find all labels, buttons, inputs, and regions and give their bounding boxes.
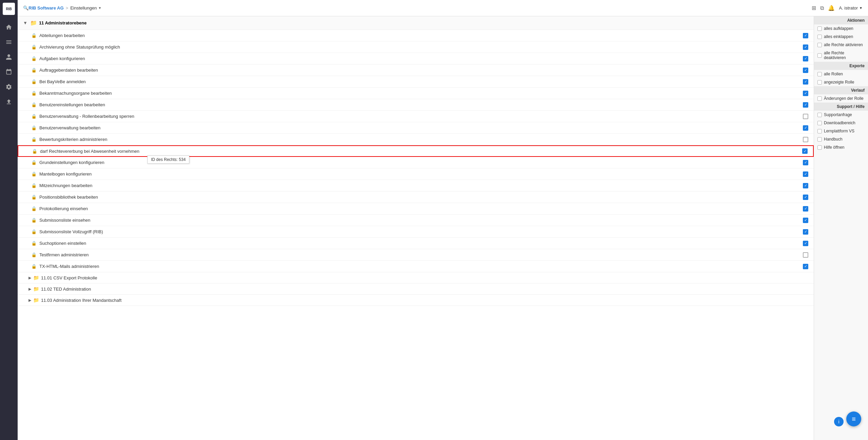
permission-row: 🔒Auftraggeberdaten bearbeiten	[18, 65, 814, 76]
nav-calendar[interactable]	[2, 65, 16, 79]
sidebar-checkbox[interactable]	[817, 35, 822, 39]
permission-row: 🔒Bei BayVeBe anmelden	[18, 76, 814, 88]
permission-checkbox[interactable]	[803, 56, 808, 61]
permission-name: Bei BayVeBe anmelden	[39, 79, 803, 84]
permission-name: Benutzereinstellungen bearbeiten	[39, 102, 803, 107]
breadcrumb-dropdown-icon[interactable]: ▼	[98, 6, 101, 10]
sidebar-action-item[interactable]: alles aufklappen	[814, 24, 868, 33]
sidebar-checkbox[interactable]	[817, 129, 822, 133]
lock-icon: 🔒	[31, 91, 37, 96]
sidebar-checkbox[interactable]	[817, 26, 822, 31]
nav-export[interactable]	[2, 95, 16, 109]
sidebar-item-label: alles einklappen	[824, 34, 853, 39]
permission-row: 🔒Submissonsliste einsehen	[18, 215, 814, 226]
sidebar-checkbox[interactable]	[817, 53, 822, 58]
permission-checkbox[interactable]	[803, 183, 808, 188]
nav-user[interactable]	[2, 50, 16, 64]
copy-icon[interactable]: ⧉	[820, 5, 824, 11]
nav-menu[interactable]	[2, 35, 16, 49]
sidebar-checkbox[interactable]	[817, 145, 822, 150]
sidebar-action-item[interactable]: alle Rechte aktivieren	[814, 41, 868, 49]
permission-row: 🔒Bewertungskriterien administrieren	[18, 134, 814, 145]
collapse-toggle[interactable]: ▼	[23, 20, 27, 25]
sidebar-item-label: alles aufklappen	[824, 26, 853, 31]
permission-name: Testfirmen administrieren	[39, 252, 803, 257]
permission-checkbox[interactable]	[803, 171, 808, 177]
sidebar-item-label: Handbuch	[824, 137, 843, 142]
subfolder-row[interactable]: ▶📁11.02 TED Administration	[18, 283, 814, 295]
permission-checkbox[interactable]	[803, 206, 808, 212]
sidebar-action-item[interactable]: alle Rollen	[814, 70, 868, 78]
section-header: ▼ 📁 11 Administratorebene	[18, 16, 814, 30]
sidebar-checkbox[interactable]	[817, 43, 822, 47]
sidebar-item-label: alle Rollen	[824, 72, 843, 76]
sidebar-action-item[interactable]: alles einklappen	[814, 33, 868, 41]
permission-name: Abteilungen bearbeiten	[39, 33, 803, 38]
permission-name: Archivierung ohne Statusprüfung möglich	[39, 44, 803, 50]
grid-icon[interactable]: ⊞	[812, 5, 816, 11]
sidebar-checkbox[interactable]	[817, 137, 822, 142]
sidebar-action-item[interactable]: Lernplattform VS	[814, 127, 868, 135]
permission-row: 🔒Mantelbogen konfigurieren	[18, 168, 814, 180]
lock-icon: 🔒	[31, 264, 37, 269]
permission-name: Suchoptionen einstellen	[39, 241, 803, 246]
breadcrumb-company[interactable]: RIB Software AG	[29, 5, 64, 11]
sidebar-action-item[interactable]: angezeigte Rolle	[814, 78, 868, 86]
permission-checkbox[interactable]	[803, 160, 808, 165]
subfolder-row[interactable]: ▶📁11.01 CSV Export Protokolle	[18, 272, 814, 283]
permission-checkbox[interactable]	[803, 33, 808, 38]
permission-checkbox[interactable]	[803, 195, 808, 200]
permission-row: 🔒Benutzerverwaltung - Rollenbearbeitung …	[18, 111, 814, 122]
sidebar-checkbox[interactable]	[817, 96, 822, 101]
permissions-list: 🔒Abteilungen bearbeiten🔒Archivierung ohn…	[18, 30, 814, 272]
permission-checkbox[interactable]	[803, 137, 808, 142]
permission-checkbox[interactable]	[803, 44, 808, 50]
permission-row: 🔒Archivierung ohne Statusprüfung möglich	[18, 41, 814, 53]
app-logo: RIB	[3, 3, 15, 15]
sidebar-checkbox[interactable]	[817, 121, 822, 125]
sidebar-checkbox[interactable]	[817, 72, 822, 76]
permission-checkbox[interactable]	[803, 125, 808, 131]
permission-row: 🔒Submissonsliste Vollzugriff (RIB)	[18, 226, 814, 238]
notification-icon[interactable]: 🔔	[828, 5, 835, 11]
sidebar-action-item[interactable]: Änderungen der Rolle	[814, 94, 868, 103]
lock-icon: 🔒	[31, 183, 37, 188]
permission-checkbox[interactable]	[803, 102, 808, 108]
permission-name: Benutzerverwaltung - Rollenbearbeitung s…	[39, 114, 803, 119]
permission-checkbox[interactable]	[803, 264, 808, 269]
permission-checkbox[interactable]	[803, 79, 808, 85]
nav-settings[interactable]	[2, 80, 16, 94]
user-menu-button[interactable]: A. istrator ▼	[839, 5, 863, 11]
lock-icon: 🔒	[31, 241, 37, 246]
permission-checkbox[interactable]	[803, 114, 808, 119]
permission-checkbox[interactable]	[803, 218, 808, 223]
sidebar-action-item[interactable]: Supportanfrage	[814, 111, 868, 119]
tooltip: ID des Rechts: 534	[147, 155, 189, 164]
sidebar-action-item[interactable]: Downloadbereich	[814, 119, 868, 127]
permission-checkbox[interactable]	[803, 252, 808, 258]
lock-icon: 🔒	[31, 102, 37, 107]
subfolder-toggle-icon: ▶	[29, 298, 31, 302]
chat-button[interactable]: ≡	[846, 411, 861, 426]
permission-checkbox[interactable]	[803, 241, 808, 246]
permission-checkbox[interactable]	[803, 91, 808, 96]
nav-home[interactable]	[2, 20, 16, 34]
lock-icon: 🔒	[31, 195, 37, 200]
sidebar-checkbox[interactable]	[817, 80, 822, 85]
sidebar-item-label: Downloadbereich	[824, 121, 855, 125]
subfolder-row[interactable]: ▶📁11.03 Administration Ihrer Mandantscha…	[18, 295, 814, 306]
permission-checkbox[interactable]	[802, 148, 808, 154]
info-button[interactable]: i	[834, 417, 844, 426]
sidebar-action-item[interactable]: alle Rechte deaktivieren	[814, 49, 868, 62]
permission-checkbox[interactable]	[803, 229, 808, 235]
main-container: 🔍 RIB Software AG > Einstellungen ▼ ⊞ ⧉ …	[18, 0, 868, 440]
sidebar-checkbox[interactable]	[817, 113, 822, 117]
sidebar-action-item[interactable]: Hilfe öffnen	[814, 143, 868, 151]
permission-checkbox[interactable]	[803, 68, 808, 73]
sidebar-action-item[interactable]: Handbuch	[814, 135, 868, 143]
sidebar-item-label: Lernplattform VS	[824, 129, 854, 133]
sidebar-item-label: angezeigte Rolle	[824, 80, 854, 85]
permission-name: Submissonsliste Vollzugriff (RIB)	[39, 229, 803, 234]
permission-row: 🔒Grundeinstellungen konfigurieren	[18, 157, 814, 168]
section-title: 11 Administratorebene	[39, 20, 87, 25]
